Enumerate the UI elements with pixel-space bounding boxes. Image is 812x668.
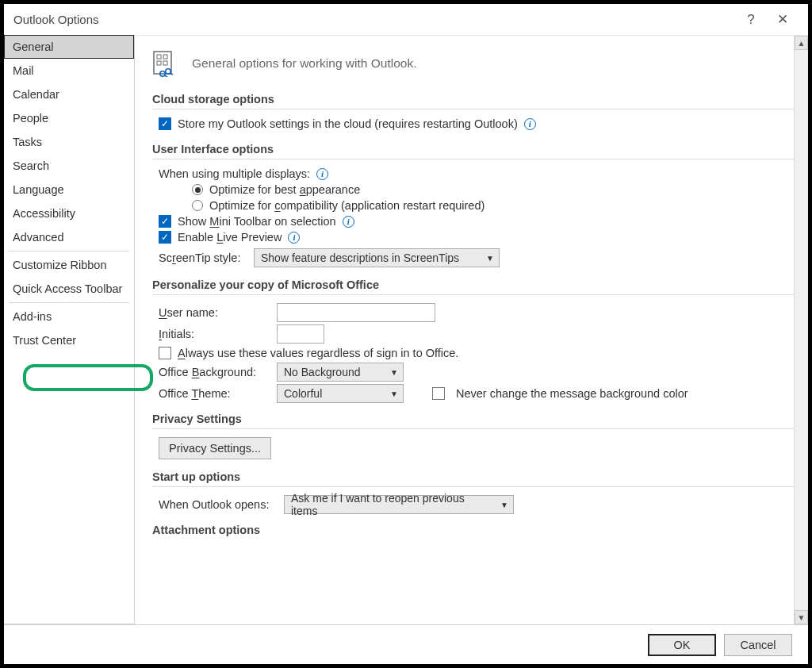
always-use-values-label: Always use these values regardless of si… (178, 347, 458, 359)
office-background-label: Office Background: (159, 366, 266, 378)
info-icon[interactable]: i (316, 168, 328, 180)
button-label: OK (674, 639, 691, 651)
sidebar-item-label: Search (13, 159, 49, 172)
always-use-values-checkbox[interactable] (159, 347, 171, 359)
sidebar-item-label: Advanced (13, 231, 64, 244)
sidebar-item-tasks[interactable]: Tasks (4, 130, 134, 154)
sidebar-item-quick-access-toolbar[interactable]: Quick Access Toolbar (4, 277, 134, 301)
divider (152, 486, 800, 487)
never-change-bg-label: Never change the message background colo… (456, 387, 688, 400)
help-button[interactable]: ? (735, 12, 767, 28)
sidebar-item-label: Calendar (13, 88, 59, 101)
titlebar: Outlook Options ? ✕ (4, 4, 808, 36)
never-change-bg-checkbox[interactable] (432, 387, 445, 400)
sidebar-item-label: Language (13, 183, 64, 196)
scroll-up-arrow[interactable]: ▲ (795, 36, 808, 50)
privacy-settings-button[interactable]: Privacy Settings... (159, 437, 271, 459)
store-cloud-checkbox[interactable]: ✓ (159, 117, 171, 130)
section-title-startup: Start up options (152, 470, 800, 483)
dialog-footer: OK Cancel (4, 624, 808, 664)
select-value: Ask me if I want to reopen previous item… (291, 492, 492, 517)
sidebar-item-label: Mail (13, 64, 34, 77)
select-value: Show feature descriptions in ScreenTips (261, 251, 459, 264)
initials-input[interactable] (277, 324, 324, 344)
sidebar-item-calendar[interactable]: Calendar (4, 83, 134, 106)
section-title-ui: User Interface options (152, 143, 800, 155)
startup-behavior-select[interactable]: Ask me if I want to reopen previous item… (284, 495, 514, 514)
radio-best-appearance[interactable] (192, 184, 203, 195)
vertical-scrollbar[interactable]: ▲ ▼ (794, 36, 808, 624)
divider (152, 428, 800, 429)
outlook-options-window: Outlook Options ? ✕ General Mail Calenda… (0, 0, 812, 668)
general-options-icon (152, 50, 181, 77)
section-title-attachment: Attachment options (152, 524, 800, 536)
office-theme-select[interactable]: Colorful ▼ (277, 384, 404, 403)
select-value: Colorful (284, 387, 322, 400)
info-icon[interactable]: i (343, 216, 354, 228)
sidebar-item-people[interactable]: People (4, 106, 134, 130)
initials-label: Initials: (159, 328, 266, 340)
mini-toolbar-checkbox[interactable]: ✓ (159, 215, 171, 228)
sidebar-item-add-ins[interactable]: Add-ins (4, 305, 134, 328)
section-title-privacy: Privacy Settings (152, 413, 800, 425)
divider (152, 294, 800, 295)
chevron-down-icon: ▼ (486, 254, 494, 263)
window-title: Outlook Options (13, 13, 735, 26)
section-title-cloud: Cloud storage options (152, 93, 800, 106)
ok-button[interactable]: OK (648, 634, 716, 656)
screentip-style-label: ScreenTip style: (159, 251, 247, 264)
live-preview-checkbox[interactable]: ✓ (159, 231, 171, 244)
startup-label: When Outlook opens: (159, 498, 278, 511)
sidebar-item-accessibility[interactable]: Accessibility (4, 202, 134, 225)
sidebar-item-label: Customize Ribbon (13, 259, 106, 271)
sidebar-item-language[interactable]: Language (4, 178, 134, 202)
radio-best-appearance-label: Optimize for best appearance (209, 183, 360, 196)
cancel-button[interactable]: Cancel (724, 634, 792, 656)
sidebar-item-mail[interactable]: Mail (4, 59, 134, 83)
live-preview-label: Enable Live Preview (178, 231, 282, 244)
radio-compatibility[interactable] (192, 200, 203, 211)
info-icon[interactable]: i (524, 118, 536, 130)
sidebar-item-label: Add-ins (13, 310, 52, 323)
sidebar-item-general[interactable]: General (4, 35, 134, 59)
divider (152, 159, 800, 159)
store-cloud-label: Store my Outlook settings in the cloud (… (178, 117, 518, 130)
header-text: General options for working with Outlook… (192, 56, 416, 71)
sidebar-item-label: General (13, 40, 54, 53)
chevron-down-icon: ▼ (390, 368, 398, 377)
sidebar-item-search[interactable]: Search (4, 154, 134, 178)
sidebar-item-customize-ribbon[interactable]: Customize Ribbon (4, 253, 134, 277)
close-button[interactable]: ✕ (767, 11, 799, 28)
multi-display-label: When using multiple displays: (159, 167, 310, 180)
radio-compatibility-label: Optimize for compatibility (application … (209, 199, 485, 212)
sidebar-item-label: Tasks (13, 136, 42, 148)
sidebar-item-label: People (13, 112, 48, 125)
svg-line-6 (165, 75, 168, 77)
office-background-select[interactable]: No Background ▼ (277, 363, 404, 382)
sidebar-item-label: Quick Access Toolbar (13, 282, 122, 295)
sidebar-item-advanced[interactable]: Advanced (4, 225, 134, 249)
sidebar-item-trust-center[interactable]: Trust Center (4, 328, 134, 352)
screentip-style-select[interactable]: Show feature descriptions in ScreenTips … (254, 248, 500, 267)
chevron-down-icon: ▼ (390, 390, 398, 398)
sidebar-item-label: Accessibility (13, 207, 75, 220)
sidebar-separator (9, 251, 129, 251)
select-value: No Background (284, 366, 361, 378)
svg-rect-3 (157, 61, 161, 65)
chevron-down-icon: ▼ (500, 501, 508, 509)
sidebar-separator (9, 302, 129, 303)
svg-rect-1 (157, 55, 161, 59)
scroll-down-arrow[interactable]: ▼ (795, 610, 808, 624)
content-panel: General options for working with Outlook… (135, 36, 808, 624)
username-label: User name: (159, 306, 266, 319)
svg-rect-2 (163, 55, 167, 59)
svg-rect-0 (154, 52, 171, 74)
sidebar-item-label: Trust Center (13, 334, 76, 347)
office-theme-label: Office Theme: (159, 387, 266, 400)
username-input[interactable] (277, 303, 435, 322)
info-icon[interactable]: i (288, 232, 300, 244)
divider (152, 109, 800, 109)
sidebar: General Mail Calendar People Tasks Searc… (4, 35, 135, 624)
button-label: Privacy Settings... (169, 442, 261, 455)
svg-rect-4 (163, 61, 167, 65)
